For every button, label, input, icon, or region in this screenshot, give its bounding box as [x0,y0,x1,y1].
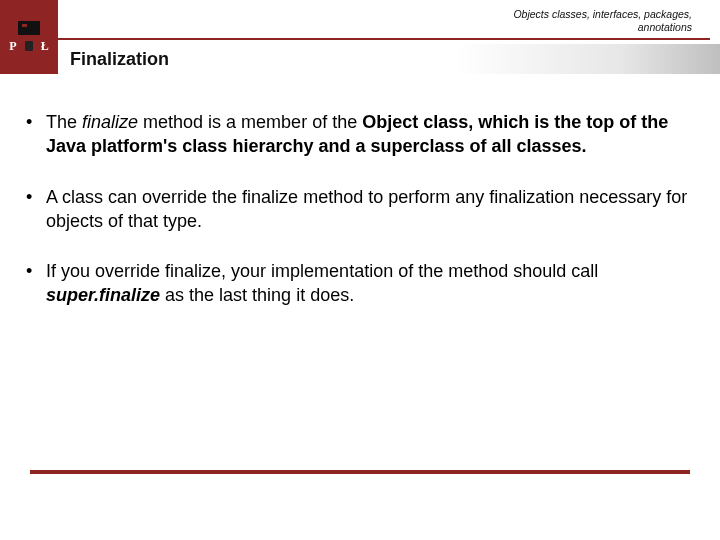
header-divider [58,38,710,40]
text-run: as the last thing it does. [160,285,354,305]
bullet-dot-icon: • [26,110,46,134]
crest-top-icon [18,21,40,35]
page-title: Finalization [70,49,169,70]
text-run: If you override finalize, your implement… [46,261,598,281]
crest-shield-icon [25,41,33,51]
list-item: • If you override finalize, your impleme… [26,259,690,308]
crest-letters: P Ł [9,39,48,54]
slide: P Ł Objects classes, interfaces, package… [0,0,720,540]
crest-letter-left: P [9,39,16,54]
text-bold-italic: super.finalize [46,285,160,305]
text-italic: finalize [82,112,138,132]
header-caption: Objects classes, interfaces, packages, a… [513,8,692,33]
text-run: The [46,112,82,132]
logo-crest: P Ł [0,0,58,74]
header-caption-line1: Objects classes, interfaces, packages, [513,8,692,21]
list-item: • A class can override the finalize meth… [26,185,690,234]
header-caption-line2: annotations [513,21,692,34]
title-bar: Finalization [58,44,720,74]
bullet-text: If you override finalize, your implement… [46,259,690,308]
text-run: method is a member of the [138,112,362,132]
bullet-dot-icon: • [26,185,46,209]
content-area: • The finalize method is a member of the… [26,110,690,334]
footer-divider [30,470,690,474]
bullet-text: A class can override the finalize method… [46,185,690,234]
bullet-dot-icon: • [26,259,46,283]
bullet-text: The finalize method is a member of the O… [46,110,690,159]
crest-letter-right: Ł [41,39,49,54]
list-item: • The finalize method is a member of the… [26,110,690,159]
